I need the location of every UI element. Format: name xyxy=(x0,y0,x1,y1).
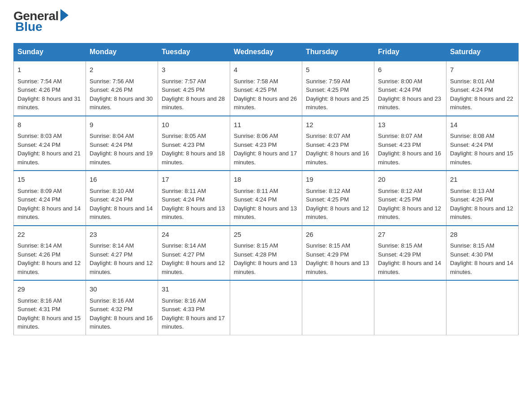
sunset-text: Sunset: 4:27 PM xyxy=(162,251,205,258)
daylight-text: Daylight: 8 hours and 26 minutes. xyxy=(234,95,297,111)
sunrise-text: Sunrise: 8:12 AM xyxy=(306,188,350,194)
daylight-text: Daylight: 8 hours and 19 minutes. xyxy=(90,150,153,166)
daylight-text: Daylight: 8 hours and 28 minutes. xyxy=(162,95,225,111)
calendar-cell: 29Sunrise: 8:16 AMSunset: 4:31 PMDayligh… xyxy=(14,280,86,335)
calendar-cell: 9Sunrise: 8:04 AMSunset: 4:24 PMDaylight… xyxy=(86,116,158,171)
col-thursday: Thursday xyxy=(302,43,374,61)
daylight-text: Daylight: 8 hours and 22 minutes. xyxy=(450,95,513,111)
sunrise-text: Sunrise: 8:15 AM xyxy=(234,242,278,249)
calendar-cell: 16Sunrise: 8:10 AMSunset: 4:24 PMDayligh… xyxy=(86,171,158,226)
daylight-text: Daylight: 8 hours and 15 minutes. xyxy=(450,150,513,166)
calendar-week-row: 29Sunrise: 8:16 AMSunset: 4:31 PMDayligh… xyxy=(14,280,519,335)
sunset-text: Sunset: 4:24 PM xyxy=(17,141,60,148)
calendar-cell: 7Sunrise: 8:01 AMSunset: 4:24 PMDaylight… xyxy=(446,61,519,116)
daylight-text: Daylight: 8 hours and 18 minutes. xyxy=(162,150,225,166)
sunrise-text: Sunrise: 8:09 AM xyxy=(17,188,62,194)
sunrise-text: Sunrise: 8:01 AM xyxy=(450,78,494,85)
daylight-text: Daylight: 8 hours and 12 minutes. xyxy=(17,260,81,275)
sunrise-text: Sunrise: 7:56 AM xyxy=(90,78,134,85)
calendar-cell: 31Sunrise: 8:16 AMSunset: 4:33 PMDayligh… xyxy=(158,280,230,335)
sunrise-text: Sunrise: 8:03 AM xyxy=(17,133,62,139)
sunset-text: Sunset: 4:23 PM xyxy=(234,141,277,148)
calendar-week-row: 8Sunrise: 8:03 AMSunset: 4:24 PMDaylight… xyxy=(14,116,519,171)
calendar-header-row: Sunday Monday Tuesday Wednesday Thursday… xyxy=(14,43,519,61)
day-number: 31 xyxy=(162,284,226,295)
daylight-text: Daylight: 8 hours and 12 minutes. xyxy=(306,205,369,221)
daylight-text: Daylight: 8 hours and 12 minutes. xyxy=(90,260,153,275)
sunset-text: Sunset: 4:24 PM xyxy=(378,86,421,93)
sunset-text: Sunset: 4:25 PM xyxy=(378,196,421,203)
daylight-text: Daylight: 8 hours and 12 minutes. xyxy=(162,260,225,275)
calendar-cell: 15Sunrise: 8:09 AMSunset: 4:24 PMDayligh… xyxy=(14,171,86,226)
daylight-text: Daylight: 8 hours and 13 minutes. xyxy=(234,205,297,221)
calendar-cell: 27Sunrise: 8:15 AMSunset: 4:29 PMDayligh… xyxy=(374,226,446,281)
sunset-text: Sunset: 4:32 PM xyxy=(90,306,133,313)
sunset-text: Sunset: 4:24 PM xyxy=(162,196,205,203)
day-number: 5 xyxy=(306,65,370,75)
day-number: 18 xyxy=(234,175,298,185)
sunrise-text: Sunrise: 8:16 AM xyxy=(162,297,206,304)
day-number: 12 xyxy=(306,120,370,130)
day-number: 13 xyxy=(378,120,442,130)
calendar-cell: 28Sunrise: 8:15 AMSunset: 4:30 PMDayligh… xyxy=(446,226,519,281)
calendar-cell: 24Sunrise: 8:14 AMSunset: 4:27 PMDayligh… xyxy=(158,226,230,281)
sunset-text: Sunset: 4:24 PM xyxy=(234,196,277,203)
day-number: 14 xyxy=(450,120,515,130)
day-number: 27 xyxy=(378,230,442,240)
day-number: 26 xyxy=(306,230,370,240)
daylight-text: Daylight: 8 hours and 31 minutes. xyxy=(17,95,81,111)
day-number: 24 xyxy=(162,230,226,240)
daylight-text: Daylight: 8 hours and 30 minutes. xyxy=(90,95,153,111)
daylight-text: Daylight: 8 hours and 16 minutes. xyxy=(378,150,441,166)
daylight-text: Daylight: 8 hours and 17 minutes. xyxy=(234,150,297,166)
sunrise-text: Sunrise: 8:08 AM xyxy=(450,133,494,139)
calendar-cell: 23Sunrise: 8:14 AMSunset: 4:27 PMDayligh… xyxy=(86,226,158,281)
sunrise-text: Sunrise: 8:14 AM xyxy=(90,242,134,249)
col-monday: Monday xyxy=(86,43,158,61)
sunrise-text: Sunrise: 8:10 AM xyxy=(90,188,134,194)
calendar-cell: 25Sunrise: 8:15 AMSunset: 4:28 PMDayligh… xyxy=(230,226,302,281)
daylight-text: Daylight: 8 hours and 14 minutes. xyxy=(90,205,153,221)
calendar-cell: 2Sunrise: 7:56 AMSunset: 4:26 PMDaylight… xyxy=(86,61,158,116)
col-saturday: Saturday xyxy=(446,43,519,61)
calendar-cell: 19Sunrise: 8:12 AMSunset: 4:25 PMDayligh… xyxy=(302,171,374,226)
day-number: 28 xyxy=(450,230,515,240)
calendar-cell: 18Sunrise: 8:11 AMSunset: 4:24 PMDayligh… xyxy=(230,171,302,226)
sunset-text: Sunset: 4:24 PM xyxy=(17,196,60,203)
calendar-cell: 3Sunrise: 7:57 AMSunset: 4:25 PMDaylight… xyxy=(158,61,230,116)
sunset-text: Sunset: 4:23 PM xyxy=(306,141,349,148)
day-number: 1 xyxy=(17,65,82,75)
calendar-cell: 5Sunrise: 7:59 AMSunset: 4:25 PMDaylight… xyxy=(302,61,374,116)
sunrise-text: Sunrise: 8:12 AM xyxy=(378,188,422,194)
sunrise-text: Sunrise: 8:00 AM xyxy=(378,78,422,85)
day-number: 2 xyxy=(90,65,154,75)
daylight-text: Daylight: 8 hours and 17 minutes. xyxy=(162,315,225,330)
calendar-cell: 22Sunrise: 8:14 AMSunset: 4:26 PMDayligh… xyxy=(14,226,86,281)
logo-triangle-icon xyxy=(60,9,69,21)
calendar-week-row: 15Sunrise: 8:09 AMSunset: 4:24 PMDayligh… xyxy=(14,171,519,226)
sunrise-text: Sunrise: 8:13 AM xyxy=(450,188,494,194)
sunrise-text: Sunrise: 8:15 AM xyxy=(378,242,422,249)
sunset-text: Sunset: 4:26 PM xyxy=(90,86,133,93)
sunrise-text: Sunrise: 7:57 AM xyxy=(162,78,206,85)
calendar-cell xyxy=(446,280,519,335)
calendar-cell: 4Sunrise: 7:58 AMSunset: 4:25 PMDaylight… xyxy=(230,61,302,116)
sunrise-text: Sunrise: 8:11 AM xyxy=(234,188,278,194)
logo: General Blue xyxy=(13,9,69,34)
day-number: 6 xyxy=(378,65,442,75)
sunset-text: Sunset: 4:24 PM xyxy=(450,141,493,148)
sunset-text: Sunset: 4:29 PM xyxy=(378,251,421,258)
calendar-cell xyxy=(302,280,374,335)
sunset-text: Sunset: 4:28 PM xyxy=(234,251,277,258)
day-number: 23 xyxy=(90,230,154,240)
calendar-cell: 13Sunrise: 8:07 AMSunset: 4:23 PMDayligh… xyxy=(374,116,446,171)
day-number: 4 xyxy=(234,65,298,75)
daylight-text: Daylight: 8 hours and 25 minutes. xyxy=(306,95,369,111)
calendar-cell: 26Sunrise: 8:15 AMSunset: 4:29 PMDayligh… xyxy=(302,226,374,281)
sunrise-text: Sunrise: 8:16 AM xyxy=(90,297,134,304)
sunrise-text: Sunrise: 7:58 AM xyxy=(234,78,278,85)
sunset-text: Sunset: 4:24 PM xyxy=(90,196,133,203)
page-header: General Blue xyxy=(13,9,519,34)
sunset-text: Sunset: 4:25 PM xyxy=(306,196,349,203)
col-sunday: Sunday xyxy=(14,43,86,61)
